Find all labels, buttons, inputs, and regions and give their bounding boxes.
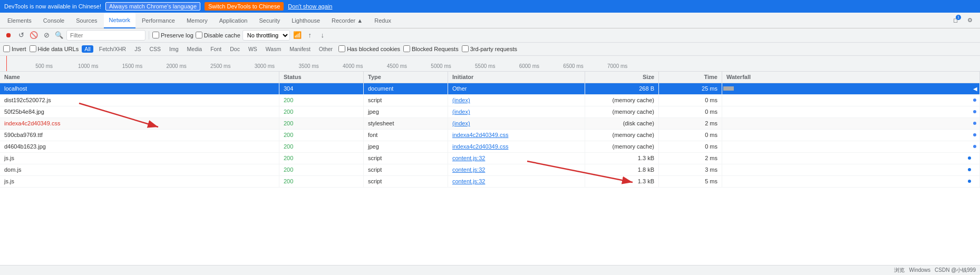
table-row[interactable]: dist192c520072.js 200 script (index) (me… xyxy=(0,95,980,106)
tab-performance[interactable]: Performance xyxy=(137,13,180,28)
table-row[interactable]: js.js 200 script content.js:32 1.3 kB 2 … xyxy=(0,153,980,164)
filter-input[interactable] xyxy=(66,30,145,41)
clear-icon: 🚫 xyxy=(30,31,38,39)
cell-time: 2 ms xyxy=(659,118,722,129)
clear-button[interactable]: 🚫 xyxy=(28,30,39,41)
cell-size: (memory cache) xyxy=(585,130,659,141)
table-row[interactable]: 50f25b4e84.jpg 200 jpeg (index) (memory … xyxy=(0,106,980,118)
initiator-link[interactable]: (index) xyxy=(452,97,470,103)
network-conditions-button[interactable]: 📶 xyxy=(292,30,303,41)
dont-show-again-link[interactable]: Don't show again xyxy=(288,3,332,9)
tab-memory[interactable]: Memory xyxy=(181,13,213,28)
switch-devtools-language-button[interactable]: Switch DevTools to Chinese xyxy=(205,2,284,11)
invert-checkbox[interactable]: Invert xyxy=(3,45,26,52)
filter-ws[interactable]: WS xyxy=(246,45,260,53)
cell-name: js.js xyxy=(0,153,279,164)
blocked-requests-checkbox[interactable]: Blocked Requests xyxy=(403,45,459,52)
settings-button[interactable]: ⚙ xyxy=(964,15,976,26)
cell-type: jpeg xyxy=(364,106,448,117)
cell-size: 1.3 kB xyxy=(585,153,659,164)
filter-css[interactable]: CSS xyxy=(147,45,163,53)
preserve-log-checkbox[interactable]: Preserve log xyxy=(152,32,193,38)
header-size[interactable]: Size xyxy=(585,72,659,83)
table-row[interactable]: localhost 304 document Other 268 B 25 ms… xyxy=(0,83,980,95)
initiator-link[interactable]: indexa4c2d40349.css xyxy=(452,132,508,138)
filter-font[interactable]: Font xyxy=(208,45,224,53)
cell-status: 200 xyxy=(279,153,364,164)
cell-size: (memory cache) xyxy=(585,141,659,152)
table-row[interactable]: js.js 200 script content.js:32 1.3 kB 5 … xyxy=(0,176,980,188)
tick-6500ms: 6500 ms xyxy=(563,63,583,69)
initiator-link[interactable]: content.js:32 xyxy=(452,178,485,184)
filter-img[interactable]: Img xyxy=(167,45,181,53)
filter-wasm[interactable]: Wasm xyxy=(263,45,284,53)
initiator-link[interactable]: (index) xyxy=(452,109,470,115)
filter-all[interactable]: All xyxy=(82,45,93,53)
disable-cache-checkbox[interactable]: Disable cache xyxy=(196,32,240,38)
tab-elements[interactable]: Elements xyxy=(2,13,37,28)
cell-size: (memory cache) xyxy=(585,106,659,117)
cell-status-localhost: 304 xyxy=(279,83,364,94)
tab-lighthouse[interactable]: Lighthouse xyxy=(286,13,325,28)
cell-initiator: indexa4c2d40349.css xyxy=(448,130,585,141)
tab-sources[interactable]: Sources xyxy=(71,13,102,28)
table-row[interactable]: 590cba9769.ttf 200 font indexa4c2d40349.… xyxy=(0,130,980,141)
tab-recorder[interactable]: Recorder ▲ xyxy=(326,13,368,28)
tick-7000ms: 7000 ms xyxy=(607,63,627,69)
tab-redux[interactable]: Redux xyxy=(369,13,396,28)
cell-name: dist192c520072.js xyxy=(0,95,279,106)
badge-button[interactable]: ◻ 1 xyxy=(949,15,961,26)
initiator-link[interactable]: content.js:32 xyxy=(452,166,485,173)
filter-fetch-xhr[interactable]: Fetch/XHR xyxy=(96,45,129,53)
filter-toggle-button[interactable]: ⊘ xyxy=(41,30,52,41)
wifi-icon: 📶 xyxy=(293,31,302,39)
tab-network[interactable]: Network xyxy=(104,13,135,28)
cell-status: 200 xyxy=(279,95,364,106)
cell-type: jpeg xyxy=(364,141,448,152)
header-waterfall[interactable]: Waterfall xyxy=(722,72,980,83)
filter-js[interactable]: JS xyxy=(132,45,143,53)
cell-waterfall xyxy=(722,106,980,117)
table-row[interactable]: dom.js 200 script content.js:32 1.8 kB 3… xyxy=(0,164,980,176)
tab-application[interactable]: Application xyxy=(214,13,253,28)
has-blocked-cookies-checkbox[interactable]: Has blocked cookies xyxy=(338,45,400,52)
initiator-link[interactable]: (index) xyxy=(452,120,470,126)
table-row[interactable]: indexa4c2d40349.css 200 stylesheet (inde… xyxy=(0,118,980,130)
filter-manifest[interactable]: Manifest xyxy=(287,45,313,53)
header-type[interactable]: Type xyxy=(364,72,448,83)
cell-time: 5 ms xyxy=(659,176,722,187)
import-har-button[interactable]: ↑ xyxy=(305,30,315,41)
cell-type: script xyxy=(364,164,448,175)
filter-media[interactable]: Media xyxy=(185,45,205,53)
always-match-language-button[interactable]: Always match Chrome's language xyxy=(105,2,200,11)
tab-security[interactable]: Security xyxy=(254,13,285,28)
filter-doc[interactable]: Doc xyxy=(227,45,242,53)
initiator-link[interactable]: indexa4c2d40349.css xyxy=(452,143,508,150)
export-har-button[interactable]: ↓ xyxy=(317,30,328,41)
filter-other[interactable]: Other xyxy=(316,45,335,53)
cell-waterfall xyxy=(722,130,980,141)
cell-size: (disk cache) xyxy=(585,118,659,129)
cell-waterfall xyxy=(722,153,980,164)
throttling-select[interactable]: No throttling Fast 3G Slow 3G Offline xyxy=(242,30,290,41)
cell-waterfall xyxy=(722,118,980,129)
cell-waterfall xyxy=(722,95,980,106)
header-status[interactable]: Status xyxy=(279,72,364,83)
windows-text: Windows xyxy=(909,267,930,273)
hide-data-urls-checkbox[interactable]: Hide data URLs xyxy=(30,45,79,52)
tab-console[interactable]: Console xyxy=(38,13,70,28)
header-initiator[interactable]: Initiator xyxy=(448,72,585,83)
info-banner: DevTools is now available in Chinese! Al… xyxy=(0,0,980,13)
header-name[interactable]: Name xyxy=(0,72,279,83)
search-button[interactable]: 🔍 xyxy=(54,30,64,41)
table-row[interactable]: d4604b1623.jpg 200 jpeg indexa4c2d40349.… xyxy=(0,141,980,153)
header-time[interactable]: Time xyxy=(659,72,722,83)
refresh-button[interactable]: ↺ xyxy=(16,30,26,41)
tick-6000ms: 6000 ms xyxy=(519,63,539,69)
cell-name: d4604b1623.jpg xyxy=(0,141,279,152)
initiator-link[interactable]: content.js:32 xyxy=(452,155,485,161)
record-button[interactable]: ⏺ xyxy=(3,30,14,41)
tick-3000ms: 3000 ms xyxy=(255,63,275,69)
cell-waterfall xyxy=(722,176,980,187)
third-party-checkbox[interactable]: 3rd-party requests xyxy=(462,45,517,52)
